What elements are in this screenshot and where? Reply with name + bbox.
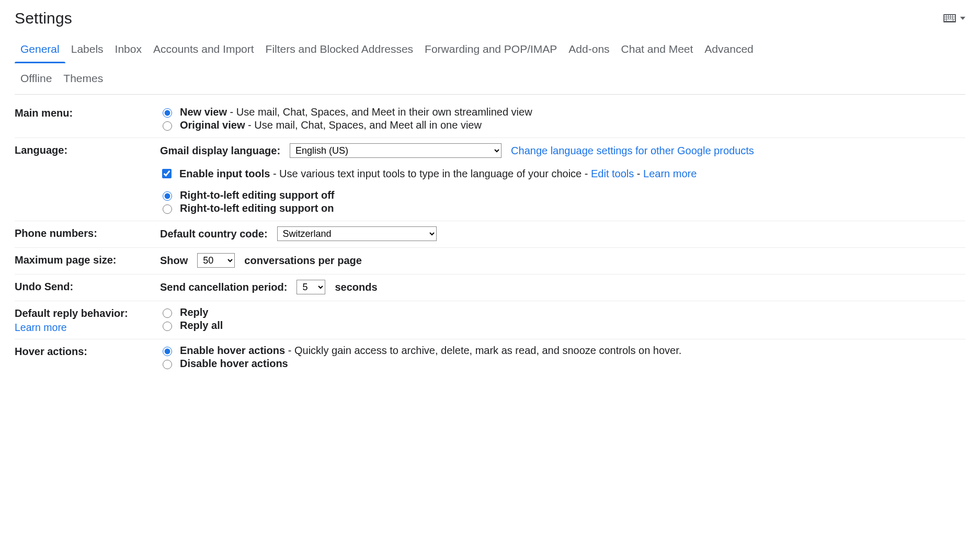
settings-tabs: General Labels Inbox Accounts and Import… — [15, 39, 965, 95]
rtl-on-label[interactable]: Right-to-left editing support on — [180, 202, 334, 214]
reply-radio[interactable] — [163, 309, 172, 318]
rtl-on-radio[interactable] — [163, 204, 172, 214]
svg-rect-13 — [953, 19, 955, 21]
svg-rect-12 — [947, 19, 953, 21]
svg-rect-9 — [951, 17, 952, 19]
tab-chat[interactable]: Chat and Meet — [616, 39, 699, 63]
main-menu-new-radio[interactable] — [163, 108, 172, 118]
change-language-link[interactable]: Change language settings for other Googl… — [511, 145, 754, 157]
main-menu-original-label[interactable]: Original view - Use mail, Chat, Spaces, … — [180, 119, 482, 131]
tab-addons[interactable]: Add-ons — [563, 39, 615, 63]
undo-prefix: Send cancellation period: — [160, 281, 287, 293]
page-size-suffix: conversations per page — [244, 255, 362, 267]
tab-themes[interactable]: Themes — [58, 63, 109, 94]
svg-rect-7 — [947, 17, 948, 19]
hover-enable-radio[interactable] — [163, 347, 172, 356]
page-size-label: Maximum page size: — [15, 253, 160, 266]
tab-general[interactable]: General — [15, 39, 65, 63]
svg-rect-8 — [949, 17, 950, 19]
svg-rect-1 — [944, 15, 946, 17]
input-tools-learn-more-link[interactable]: Learn more — [643, 168, 697, 179]
rtl-off-label[interactable]: Right-to-left editing support off — [180, 189, 334, 201]
main-menu-new-label[interactable]: New view - Use mail, Chat, Spaces, and M… — [180, 106, 532, 118]
reply-all-option-label[interactable]: Reply all — [180, 319, 223, 332]
hover-label: Hover actions: — [15, 345, 160, 358]
hover-disable-radio[interactable] — [163, 360, 172, 369]
tab-inbox[interactable]: Inbox — [109, 39, 147, 63]
svg-rect-6 — [944, 17, 946, 19]
display-language-label: Gmail display language: — [160, 145, 280, 157]
undo-period-select[interactable]: 5 — [297, 280, 325, 294]
hover-enable-label[interactable]: Enable hover actions - Quickly gain acce… — [180, 345, 681, 357]
language-label: Language: — [15, 143, 160, 156]
reply-all-radio[interactable] — [163, 322, 172, 331]
svg-rect-3 — [949, 15, 950, 17]
page-size-show: Show — [160, 255, 188, 267]
default-country-label: Default country code: — [160, 228, 268, 240]
tab-offline[interactable]: Offline — [15, 63, 58, 94]
keyboard-icon — [943, 14, 956, 22]
enable-input-tools-label[interactable]: Enable input tools - Use various text in… — [179, 168, 697, 180]
tab-forwarding[interactable]: Forwarding and POP/IMAP — [419, 39, 563, 63]
tab-advanced[interactable]: Advanced — [699, 39, 759, 63]
rtl-off-radio[interactable] — [163, 191, 172, 201]
main-menu-label: Main menu: — [15, 106, 160, 119]
svg-rect-10 — [953, 17, 955, 19]
phone-label: Phone numbers: — [15, 226, 160, 239]
svg-rect-5 — [953, 15, 955, 17]
reply-label: Default reply behavior: — [15, 307, 128, 319]
page-title: Settings — [15, 9, 72, 27]
svg-rect-11 — [944, 19, 946, 21]
tab-accounts[interactable]: Accounts and Import — [147, 39, 260, 63]
main-menu-original-radio[interactable] — [163, 121, 172, 131]
chevron-down-icon — [960, 17, 965, 20]
edit-tools-link[interactable]: Edit tools — [591, 168, 634, 179]
reply-option-label[interactable]: Reply — [180, 306, 208, 318]
tab-labels[interactable]: Labels — [65, 39, 109, 63]
hover-disable-label[interactable]: Disable hover actions — [180, 358, 288, 370]
reply-learn-more-link[interactable]: Learn more — [15, 322, 160, 334]
country-code-select[interactable]: Switzerland — [277, 226, 437, 241]
page-size-select[interactable]: 50 — [197, 253, 235, 268]
svg-rect-4 — [951, 15, 952, 17]
undo-suffix: seconds — [335, 281, 377, 293]
enable-input-tools-checkbox[interactable] — [162, 169, 172, 178]
display-language-select[interactable]: English (US) — [290, 143, 502, 158]
input-tools-picker[interactable] — [943, 14, 965, 22]
svg-rect-2 — [947, 15, 948, 17]
undo-label: Undo Send: — [15, 280, 160, 293]
tab-filters[interactable]: Filters and Blocked Addresses — [260, 39, 419, 63]
